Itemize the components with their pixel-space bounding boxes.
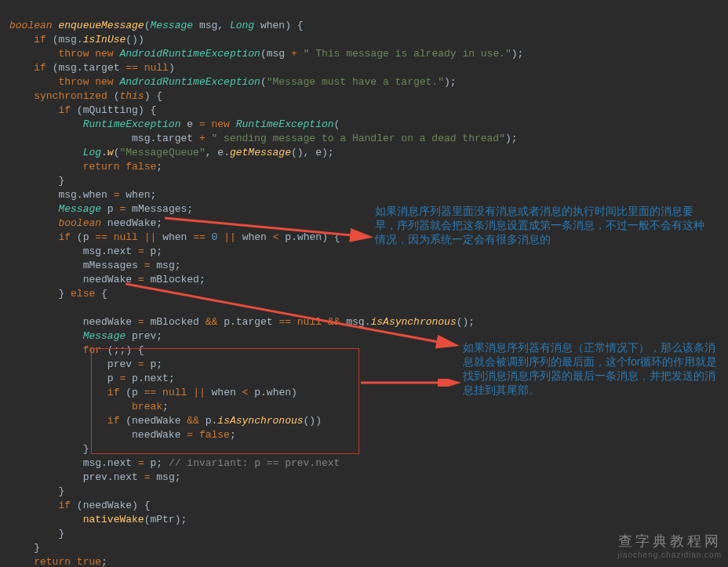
code-block: boolean enqueueMessage(Message msg, Long… — [0, 0, 728, 567]
watermark-url: jiaocheng.chazidian.com — [617, 548, 722, 562]
watermark-title: 查字典教程网 — [617, 534, 722, 548]
watermark: 查字典教程网 jiaocheng.chazidian.com — [617, 534, 722, 562]
